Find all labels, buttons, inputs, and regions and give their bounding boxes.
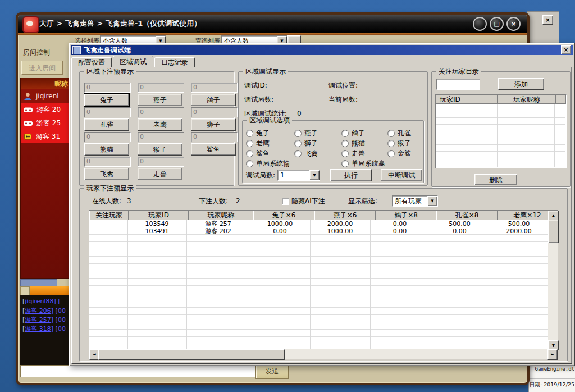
bet-amount-field[interactable]: 0: [191, 132, 238, 142]
radio-eagle[interactable]: 老鹰: [246, 139, 270, 148]
bet-button-shark[interactable]: 鲨鱼: [191, 143, 236, 156]
bet-amount-field[interactable]: 0: [191, 83, 238, 93]
bet-button-beasts[interactable]: 走兽: [138, 168, 182, 180]
bet-button-rabbit[interactable]: 兔子: [84, 94, 129, 106]
radio-shark[interactable]: 鲨鱼: [246, 149, 270, 158]
game-window-titlebar[interactable]: 游戏大厅 > 飞禽走兽 > 飞禽走兽-1（仅供调试使用） ─ □ ×: [18, 15, 527, 33]
column-header-player-nick[interactable]: 玩家昵称: [498, 95, 556, 104]
debug-rounds-label: 调试局数:: [244, 95, 273, 103]
filter-combo[interactable]: 所有玩家 ▼: [392, 195, 438, 207]
radio-monkey[interactable]: 猴子: [387, 139, 411, 148]
radio-gold-shark[interactable]: 金鲨: [387, 149, 411, 158]
background-window-close-button[interactable]: ×: [542, 15, 553, 25]
radio-rabbit[interactable]: 兔子: [246, 129, 270, 138]
radio-pigeon[interactable]: 鸽子: [341, 129, 365, 138]
interrupt-debug-button[interactable]: 中断调试: [381, 169, 422, 181]
combo-value: 所有玩家: [395, 197, 422, 206]
scroll-down-icon: ▼: [552, 344, 555, 348]
group-title: 区域调试选项: [247, 116, 292, 125]
column-header[interactable]: 燕子×6: [314, 211, 376, 220]
table-row[interactable]: 103549 游客 257 1000.00 2000.00 0.00 500.0…: [89, 220, 548, 227]
column-header-blank[interactable]: [556, 95, 566, 104]
bet-button-panda[interactable]: 熊猫: [84, 143, 129, 156]
execute-button[interactable]: 执行: [330, 169, 372, 181]
radio-peacock[interactable]: 孔雀: [387, 129, 411, 138]
robot-icon: [24, 133, 32, 140]
chat-input[interactable]: [20, 365, 255, 377]
column-header[interactable]: 孔雀×8: [436, 211, 498, 220]
bet-button-swallow[interactable]: 燕子: [138, 94, 182, 106]
chat-user-link[interactable]: jiqirenl88: [25, 298, 53, 305]
radio-system-lose[interactable]: 单局系统输: [246, 159, 290, 168]
horizontal-scrollbar[interactable]: ◄ ►: [89, 349, 558, 359]
radio-swallow[interactable]: 燕子: [294, 129, 318, 138]
hide-ai-checkbox[interactable]: [282, 198, 289, 205]
bet-amount-field[interactable]: 0: [138, 83, 184, 93]
bet-button-pigeon[interactable]: 鸽子: [191, 94, 236, 106]
bet-amount-field[interactable]: 0: [138, 157, 184, 167]
enter-room-button[interactable]: 进入房间: [21, 61, 63, 75]
player-bets-group: 玩家下注额显示 在线人数: 3 下注人数: 2 隐藏AI下注 显示筛选: 所有玩…: [79, 188, 568, 361]
tab-area-debug[interactable]: 区域调试: [113, 56, 153, 69]
minimize-button[interactable]: ─: [473, 17, 487, 31]
gamepad-icon: [24, 106, 33, 113]
chat-user-link[interactable]: 游客 318: [25, 325, 51, 332]
chevron-down-icon[interactable]: ▼: [309, 170, 320, 180]
window-title: 游戏大厅 > 飞禽走兽 > 飞禽走兽-1（仅供调试使用）: [25, 19, 201, 29]
watch-list-body[interactable]: [436, 104, 565, 167]
table-row[interactable]: 103491 游客 202 0.00 1000.00 0.00 0.00 200…: [89, 227, 548, 234]
column-header[interactable]: 兔子×6: [253, 211, 314, 220]
bet-button-lion[interactable]: 狮子: [191, 118, 236, 131]
radio-system-win[interactable]: 单局系统赢: [341, 159, 385, 168]
delete-button[interactable]: 删除: [474, 174, 517, 185]
add-button[interactable]: 添加: [498, 78, 544, 90]
maximize-button[interactable]: □: [490, 17, 504, 31]
vertical-scrollbar[interactable]: ▲ ▼: [548, 211, 558, 349]
column-header[interactable]: 玩家昵称: [189, 211, 253, 220]
bet-button-monkey[interactable]: 猴子: [138, 143, 182, 156]
hide-ai-label[interactable]: 隐藏AI下注: [291, 197, 325, 205]
bet-display-group: 区域下注额显示 0 0 0 兔子 燕子 鸽子 0 0 0 孔雀 老鹰 狮子 0 …: [79, 71, 234, 186]
rounds-combo[interactable]: 1 ▼: [277, 170, 320, 181]
column-header[interactable]: 鸽子×8: [376, 211, 436, 220]
dialog-icon: [72, 46, 81, 54]
radio-icon: [387, 150, 395, 157]
radio-birds[interactable]: 飞禽: [294, 149, 318, 158]
column-header-player-id[interactable]: 玩家ID: [436, 95, 498, 104]
radio-beasts[interactable]: 走兽: [341, 149, 365, 158]
player-name: 游客 25: [36, 118, 61, 128]
bet-amount-field[interactable]: 0: [84, 83, 131, 93]
bets-table: 关注玩家 玩家ID 玩家昵称 兔子×6 燕子×6 鸽子×8 孔雀×8 老鹰×12: [89, 210, 558, 359]
chevron-down-icon[interactable]: ▼: [427, 196, 437, 206]
radio-icon: [387, 140, 395, 147]
radio-icon: [294, 150, 302, 157]
bet-button-peacock[interactable]: 孔雀: [84, 118, 129, 131]
bet-amount-field[interactable]: 0: [191, 107, 238, 117]
scrollbar-thumb[interactable]: [548, 220, 559, 243]
radio-lion[interactable]: 狮子: [294, 139, 318, 148]
bet-button-birds[interactable]: 飞禽: [84, 168, 129, 180]
group-title: 区域下注额显示: [84, 67, 136, 76]
column-header[interactable]: 关注玩家: [89, 211, 129, 220]
online-count-value: 3: [127, 197, 131, 205]
bet-amount-field[interactable]: 0: [84, 157, 131, 167]
bet-amount-field[interactable]: 0: [84, 132, 131, 142]
radio-icon: [341, 160, 349, 167]
chat-user-link[interactable]: 游客 257: [25, 316, 51, 323]
chat-user-link[interactable]: 游客 206: [25, 307, 51, 314]
column-header[interactable]: 玩家ID: [129, 211, 189, 220]
radio-icon: [387, 130, 395, 137]
dialog-close-button[interactable]: ×: [561, 45, 571, 54]
radio-panda[interactable]: 熊猫: [341, 139, 365, 148]
close-button[interactable]: ×: [506, 17, 521, 31]
scroll-right-button[interactable]: ►: [547, 349, 558, 360]
logo-face: [26, 21, 33, 26]
bet-button-eagle[interactable]: 老鹰: [138, 118, 182, 131]
bet-amount-field[interactable]: 0: [84, 107, 131, 117]
watch-player-input[interactable]: [436, 79, 480, 90]
bet-amount-field[interactable]: 0: [138, 132, 184, 142]
divider: [529, 378, 575, 379]
dialog-titlebar[interactable]: 飞禽走兽调试端 ×: [71, 45, 573, 55]
bet-amount-field[interactable]: 0: [138, 107, 184, 117]
scrollbar-thumb[interactable]: [98, 349, 285, 360]
